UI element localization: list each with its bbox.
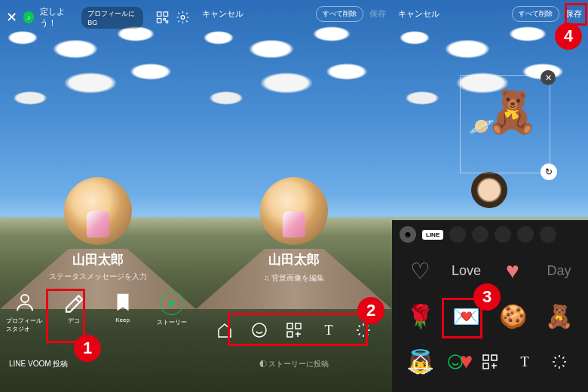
profile-name: 山田太郎 [49,251,147,268]
svg-rect-12 [483,363,488,369]
sticker-day-text[interactable]: Day [541,252,578,289]
tab-line[interactable]: LINE [422,230,443,240]
smile-icon[interactable] [446,353,464,371]
status-message[interactable]: ステータスメッセージを入力 [49,271,147,282]
svg-rect-10 [483,355,488,360]
tab-pack-1[interactable] [449,226,466,243]
save-button[interactable]: 保存 [369,8,386,20]
tab-pack-3[interactable] [495,226,511,243]
svg-point-3 [181,16,185,20]
top-bar: キャンセル すべて削除 保存 [398,6,582,22]
profile-block: 山田太郎 ♫ 背景画像を編集 [260,177,328,283]
profile-block: 山田太郎 ステータスメッセージを入力 [49,177,147,282]
top-bar: キャンセル すべて削除 保存 [202,6,386,22]
profile-name: 山田太郎 [260,251,328,268]
close-icon[interactable]: ✕ [6,9,17,26]
clouds [0,15,196,121]
svg-point-4 [21,295,29,302]
tab-emoji-icon[interactable]: ☻ [400,226,416,243]
text-icon[interactable]: T [516,353,534,371]
panel-deco-toolbar: キャンセル すべて削除 保存 山田太郎 ♫ 背景画像を編集 T ◐ ストーリーに… [196,0,392,392]
sticker-heart-outline[interactable]: ♡ [401,252,439,289]
cancel-button[interactable]: キャンセル [398,8,439,20]
gear-icon[interactable] [176,9,190,26]
callout-badge-4: 4 [555,23,582,50]
callout-box-1 [46,289,85,343]
tab-pack-2[interactable] [472,226,488,243]
deco-toolbar: T [412,353,568,371]
svg-rect-1 [164,12,168,17]
music-prompt[interactable]: 定しよう！ [40,6,76,29]
callout-box-2 [228,313,368,346]
studio-icon [14,291,36,314]
profile-bgm-pill[interactable]: プロフィールにBG [81,7,143,29]
tab-pack-4[interactable] [517,226,534,243]
clear-all-button[interactable]: すべて削除 [316,6,363,22]
bottom-actions: プロフィールスタジオ デコ Keep ストーリー [0,291,196,333]
clear-all-button[interactable]: すべて削除 [512,6,559,22]
sticker-placed[interactable]: ✕ ↻ 🧸 🪐 [460,75,550,173]
story-post-link[interactable]: ◐ ストーリーに投稿 [259,359,329,369]
bottom-item-keep[interactable]: Keep [104,291,142,333]
tab-pack-5[interactable] [540,226,556,243]
sticker-cookie[interactable]: 🍪 [494,297,531,335]
keep-icon [112,291,134,314]
sticker-bear[interactable]: 🧸 [541,297,578,335]
user-face [471,172,507,208]
effect-icon[interactable] [550,353,568,371]
avatar[interactable] [260,177,328,245]
widget-icon[interactable] [481,353,499,371]
story-icon [160,291,184,315]
qr-icon[interactable] [155,9,170,26]
panel-sticker-picker: キャンセル すべて削除 保存 ✕ ↻ 🧸 🪐 ☻ LINE ♡ Love ♥ D… [392,0,588,392]
rotate-handle-icon[interactable]: ↻ [541,164,557,180]
home-icon[interactable] [412,353,430,371]
music-icon[interactable]: ♪ [23,11,34,23]
top-bar: ✕ ♪ 定しよう！ プロフィールにBG [6,6,190,29]
bg-edit-link[interactable]: ♫ 背景画像を編集 [260,273,328,283]
svg-rect-11 [492,355,497,360]
callout-badge-1: 1 [74,335,101,362]
cancel-button[interactable]: キャンセル [202,8,243,20]
panel-profile-main: ✕ ♪ 定しよう！ プロフィールにBG 山田太郎 ステータスメッセージを入力 プ… [0,0,196,392]
sticker-rose[interactable]: 🌹 [401,297,439,335]
line-voom-post[interactable]: LINE VOOM 投稿 [9,359,68,369]
clouds [196,15,392,121]
callout-badge-3: 3 [473,283,501,311]
svg-rect-0 [157,12,161,17]
bottom-item-story[interactable]: ストーリー [153,291,191,333]
sticker-love-text[interactable]: Love [448,252,485,289]
saturn-sticker: 🪐 [468,114,495,139]
sticker-heart-pink[interactable]: ♥ [494,252,531,289]
sticker-tabs: ☻ LINE [400,226,580,243]
avatar[interactable] [64,177,132,245]
svg-point-9 [449,355,462,369]
bottom-item-studio[interactable]: プロフィールスタジオ [6,291,44,333]
svg-rect-2 [157,19,161,23]
callout-badge-2: 2 [357,297,384,324]
remove-sticker-icon[interactable]: ✕ [541,70,556,85]
